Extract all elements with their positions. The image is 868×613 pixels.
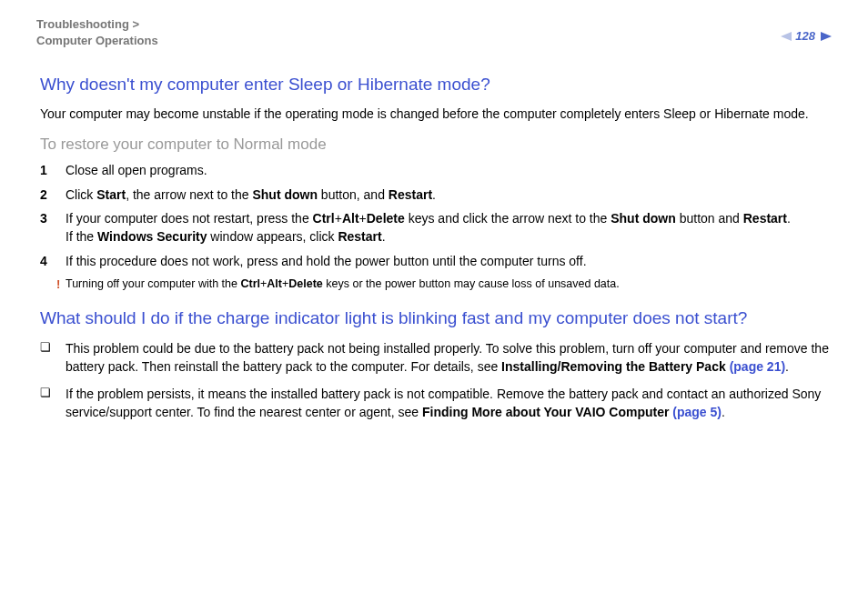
section1-lead: Your computer may become unstable if the…	[40, 106, 832, 124]
bullet-text: If the problem persists, it means the in…	[66, 385, 832, 422]
bullet-item-2: ❏ If the problem persists, it means the …	[40, 385, 832, 422]
step-2: 2 Click Start, the arrow next to the Shu…	[40, 186, 832, 204]
bullet-text: This problem could be due to the battery…	[66, 339, 832, 377]
step-number: 4	[40, 252, 66, 270]
step-3: 3 If your computer does not restart, pre…	[40, 209, 832, 246]
next-page-arrow-icon[interactable]	[821, 32, 832, 41]
page-navigation: 128	[781, 29, 832, 43]
bullet-icon: ❏	[40, 385, 66, 422]
bullet-icon: ❏	[40, 339, 66, 377]
step-text: Close all open programs.	[66, 161, 832, 179]
page-number: 128	[795, 29, 815, 43]
caution-text: Turning off your computer with the Ctrl+…	[66, 277, 620, 291]
page-link-21[interactable]: (page 21)	[730, 359, 785, 374]
step-text: If your computer does not restart, press…	[66, 209, 832, 246]
breadcrumb-line2: Computer Operations	[36, 33, 158, 49]
page-link-5[interactable]: (page 5)	[672, 405, 722, 419]
breadcrumb-line1: Troubleshooting >	[36, 16, 158, 33]
step-1: 1 Close all open programs.	[40, 161, 832, 179]
breadcrumb: Troubleshooting > Computer Operations	[36, 16, 158, 48]
step-number: 1	[40, 161, 66, 179]
step-text: Click Start, the arrow next to the Shut …	[66, 186, 832, 204]
subheading-restore-normal: To restore your computer to Normal mode	[40, 136, 832, 154]
prev-page-arrow-icon[interactable]	[781, 32, 792, 41]
step-number: 3	[40, 209, 66, 246]
page-header: Troubleshooting > Computer Operations 12…	[36, 16, 832, 48]
step-text: If this procedure does not work, press a…	[66, 252, 832, 270]
caution-note: ! Turning off your computer with the Ctr…	[66, 277, 832, 291]
section-heading-sleep-hibernate: Why doesn't my computer enter Sleep or H…	[40, 74, 832, 96]
steps-list: 1 Close all open programs. 2 Click Start…	[40, 161, 832, 269]
step-4: 4 If this procedure does not work, press…	[40, 252, 832, 270]
step-number: 2	[40, 186, 66, 204]
page-content: Why doesn't my computer enter Sleep or H…	[36, 74, 832, 422]
bullet-item-1: ❏ This problem could be due to the batte…	[40, 339, 832, 377]
bullet-list: ❏ This problem could be due to the batte…	[40, 339, 832, 422]
section-heading-charge-indicator: What should I do if the charge indicator…	[40, 307, 832, 330]
